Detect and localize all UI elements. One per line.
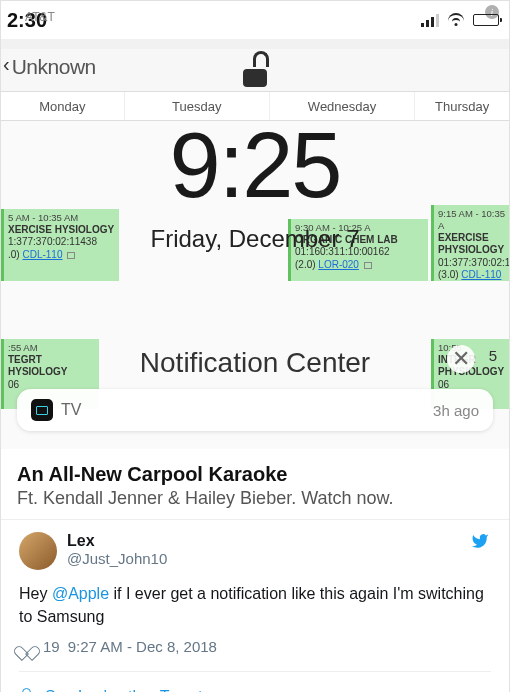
notification-content: An All-New Carpool Karaoke Ft. Kendall J… [1,449,509,519]
event-code: 01:377:370:02:11 [438,257,507,270]
notification-app-name: TV [61,401,81,419]
event-room[interactable]: LOR-020 [318,259,359,270]
footer-text: See Lex's other Tweets [45,688,211,692]
screenshot-region: ‹ Unknown Monday Tuesday Wednesday Thurs… [1,49,509,449]
tweet-author-handle[interactable]: @Just_John10 [67,550,459,567]
event-section: (3.0) [438,269,459,280]
tweet-timestamp[interactable]: 9:27 AM - Dec 8, 2018 [68,638,217,655]
signal-icon [421,14,439,27]
event-partial-text: 5 [489,347,497,364]
back-chevron-icon[interactable]: ‹ [1,49,12,76]
event-room[interactable]: CDL-110 [461,269,501,280]
notification-subtitle: Ft. Kendall Jenner & Hailey Bieber. Watc… [17,488,493,509]
tweet-body: Hey @Apple if I ever get a notification … [19,582,491,628]
calendar-header: ‹ Unknown [1,49,509,91]
weekday-thu: Thursday [415,92,509,120]
lockscreen-time: 9:25 [1,119,509,211]
event-indicator-icon [364,262,372,269]
notification-card[interactable]: TV 3h ago [17,389,493,431]
embed-frame: i 2:30 AT&T ‹ Unknown Monday Tuesday Wed… [0,0,510,692]
heart-icon[interactable] [19,640,35,654]
wifi-icon [447,13,465,27]
tweet: Lex @Just_John10 Hey @Apple if I ever ge… [1,532,509,692]
divider [1,519,509,520]
status-bar: 2:30 AT&T [1,1,509,49]
event-section: (2.0) [295,259,316,270]
tweet-mention[interactable]: @Apple [52,585,109,602]
notification-center-label: Notification Center [1,347,509,379]
status-carrier: AT&T [25,10,55,24]
weekday-mon: Monday [1,92,125,120]
notification-time-ago: 3h ago [433,402,479,419]
lockscreen-date: Friday, December 7 [1,225,509,253]
tweet-author-name[interactable]: Lex [67,532,459,550]
close-icon[interactable]: ✕ [447,345,475,373]
chevron-right-icon: › [485,686,491,692]
like-count: 19 [43,638,60,655]
battery-icon [473,14,499,26]
avatar[interactable] [19,532,57,570]
twitter-icon[interactable] [469,532,491,550]
tv-app-icon [31,399,53,421]
event-time: 5 AM - 10:35 AM [8,212,115,224]
tweet-text: Hey [19,585,52,602]
notification-title: An All-New Carpool Karaoke [17,463,493,486]
calendar-title: Unknown [12,49,96,79]
tweet-footer-link[interactable]: See Lex's other Tweets › [19,671,491,692]
